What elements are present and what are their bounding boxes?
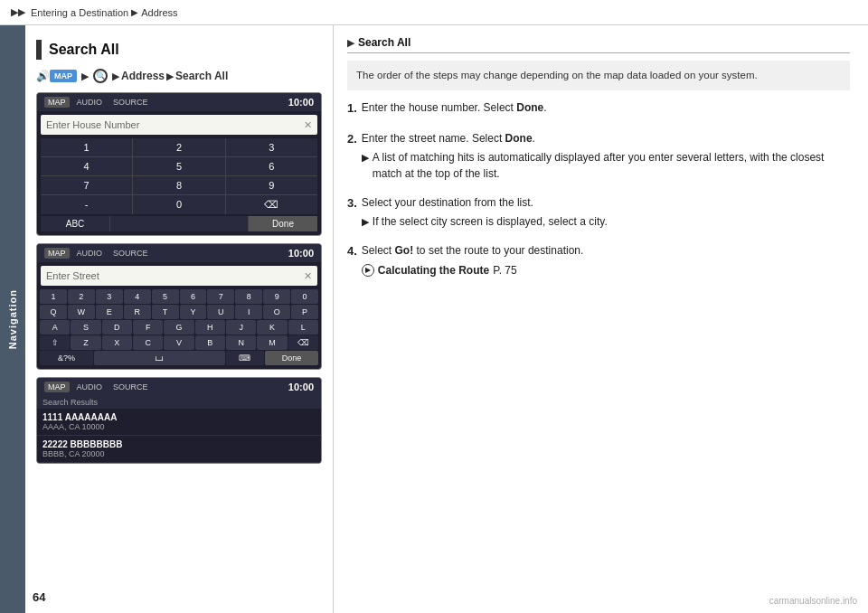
right-panel: ▶ Search All The order of the steps may … <box>333 25 868 613</box>
key-8[interactable]: 8 <box>133 176 224 194</box>
tab2-map[interactable]: MAP <box>44 248 70 259</box>
key-3[interactable]: 3 <box>226 138 317 156</box>
screen3-tabs: MAP AUDIO SOURCE <box>44 382 152 392</box>
key-S[interactable]: S <box>71 320 100 335</box>
result-item-1[interactable]: 1111 AAAAAAAA AAAA, CA 10000 <box>37 409 321 436</box>
breadcrumb-part2: Address <box>141 7 177 18</box>
step-2: 2. Enter the street name. Select Done. ▶… <box>347 130 850 182</box>
search-icon: 🔍 <box>93 69 108 83</box>
key-8n[interactable]: 8 <box>235 289 262 304</box>
key-K[interactable]: K <box>257 320 287 335</box>
key-G[interactable]: G <box>164 320 193 335</box>
screen2-clear[interactable]: ✕ <box>304 270 312 282</box>
key-abc[interactable]: ABC <box>41 216 109 231</box>
key-W[interactable]: W <box>68 305 95 319</box>
key-J[interactable]: J <box>226 320 256 335</box>
key-1n[interactable]: 1 <box>40 289 67 304</box>
key-3n[interactable]: 3 <box>96 289 123 304</box>
key-del[interactable]: ⌫ <box>288 335 318 350</box>
step4-link-text[interactable]: Calculating the Route <box>378 262 489 278</box>
key-Q[interactable]: Q <box>40 305 67 319</box>
key-2n[interactable]: 2 <box>68 289 95 304</box>
key-I[interactable]: I <box>235 305 262 319</box>
key-M[interactable]: M <box>257 335 287 350</box>
result-item-2[interactable]: 22222 BBBBBBBB BBBB, CA 20000 <box>37 436 321 463</box>
key-done-2[interactable]: Done <box>265 351 318 365</box>
key-V[interactable]: V <box>164 335 193 350</box>
key-dash[interactable]: - <box>41 195 132 214</box>
step1-bold: Done <box>516 101 543 114</box>
key-N[interactable]: N <box>226 335 256 350</box>
right-section-icon: ▶ <box>347 37 354 49</box>
key-L[interactable]: L <box>288 320 318 335</box>
key-5[interactable]: 5 <box>133 157 224 175</box>
key-9n[interactable]: 9 <box>263 289 290 304</box>
key-H[interactable]: H <box>195 320 225 335</box>
key-7[interactable]: 7 <box>41 176 132 194</box>
step4-number: 4. <box>347 242 357 278</box>
step2-content: Enter the street name. Select Done. ▶ A … <box>362 130 850 182</box>
step2-arrow-icon: ▶ <box>362 150 369 165</box>
key-0[interactable]: 0 <box>133 195 224 214</box>
map-button: MAP <box>50 70 77 82</box>
note-box: The order of the steps may change depend… <box>347 61 850 90</box>
key-1[interactable]: 1 <box>41 138 132 156</box>
tab-map[interactable]: MAP <box>44 97 70 108</box>
kbd-row4: ⇧ Z X C V B N M ⌫ <box>40 335 318 350</box>
section-header-title: Search All <box>49 42 119 58</box>
key-4n[interactable]: 4 <box>124 289 151 304</box>
step3-number: 3. <box>347 194 357 230</box>
key-0n[interactable]: 0 <box>291 289 318 304</box>
step1-number: 1. <box>347 99 357 118</box>
step4-link-page: P. 75 <box>493 262 516 278</box>
main-content: Search All 🔊 MAP ▶ 🔍 ▶ Address ▶ Search … <box>25 25 868 613</box>
key-keyboard[interactable]: ⌨ <box>226 351 264 365</box>
tab3-audio[interactable]: AUDIO <box>73 382 107 392</box>
key-F[interactable]: F <box>133 320 163 335</box>
screen2-input[interactable]: Enter Street ✕ <box>41 266 317 286</box>
key-C[interactable]: C <box>133 335 163 350</box>
key-backspace[interactable]: ⌫ <box>226 195 317 214</box>
step2-bold: Done <box>505 132 533 145</box>
key-4[interactable]: 4 <box>41 157 132 175</box>
key-7n[interactable]: 7 <box>207 289 234 304</box>
key-U[interactable]: U <box>207 305 234 319</box>
step-1: 1. Enter the house number. Select Done. <box>347 99 850 118</box>
key-6n[interactable]: 6 <box>180 289 207 304</box>
key-A[interactable]: A <box>40 320 70 335</box>
search-all-label: Search All <box>175 70 228 82</box>
result1-addr: AAAA, CA 10000 <box>42 422 316 431</box>
key-O[interactable]: O <box>263 305 290 319</box>
key-shift[interactable]: ⇧ <box>40 335 70 350</box>
key-symbols[interactable]: &?% <box>40 351 93 365</box>
key-R[interactable]: R <box>124 305 151 319</box>
step-3: 3. Select your destination from the list… <box>347 194 850 230</box>
tab2-source[interactable]: SOURCE <box>109 248 152 259</box>
key-X[interactable]: X <box>102 335 132 350</box>
key-B[interactable]: B <box>195 335 225 350</box>
tab-source[interactable]: SOURCE <box>109 97 152 108</box>
key-T[interactable]: T <box>152 305 179 319</box>
key-done-1[interactable]: Done <box>249 216 317 231</box>
screen2-tabs: MAP AUDIO SOURCE <box>44 248 152 259</box>
key-D[interactable]: D <box>102 320 132 335</box>
key-P[interactable]: P <box>291 305 318 319</box>
screen1-input[interactable]: Enter House Number ✕ <box>41 115 317 135</box>
step2-sub: ▶ A list of matching hits is automatical… <box>362 149 850 182</box>
key-9[interactable]: 9 <box>226 176 317 194</box>
watermark: carmanualsonline.info <box>769 596 857 606</box>
screen2-time: 10:00 <box>288 248 314 259</box>
tab3-source[interactable]: SOURCE <box>109 382 152 392</box>
key-space[interactable]: ⌴ <box>94 351 225 365</box>
tab3-map[interactable]: MAP <box>44 382 70 392</box>
key-Z[interactable]: Z <box>71 335 100 350</box>
page-number: 64 <box>33 590 45 604</box>
tab2-audio[interactable]: AUDIO <box>73 248 107 259</box>
key-6[interactable]: 6 <box>226 157 317 175</box>
key-5n[interactable]: 5 <box>152 289 179 304</box>
key-E[interactable]: E <box>96 305 123 319</box>
tab-audio[interactable]: AUDIO <box>73 97 107 108</box>
key-Y[interactable]: Y <box>180 305 207 319</box>
screen1-clear[interactable]: ✕ <box>304 119 312 131</box>
key-2[interactable]: 2 <box>133 138 224 156</box>
